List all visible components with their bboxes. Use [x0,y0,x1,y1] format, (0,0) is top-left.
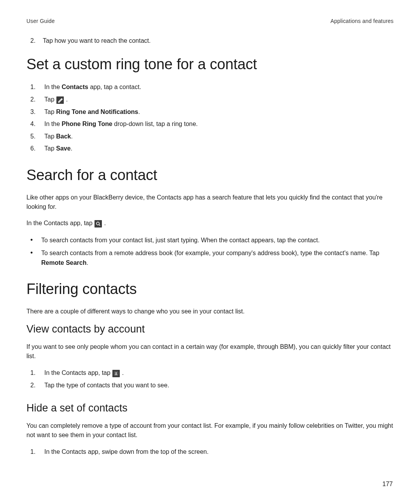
step-text: In the Contacts app, tap . [44,368,394,378]
step-number: 1. [30,368,44,378]
step-item: 1. In the Contacts app, swipe down from … [30,447,394,457]
step-number: 6. [30,144,44,154]
bullet-list: • To search contacts from your contact l… [26,236,394,268]
subsection-title: Hide a set of contacts [26,402,394,414]
step-item: 1. In the Contacts app, tap . [30,368,394,378]
step-number: 2. [30,380,44,390]
step-item: 5. Tap Back. [30,131,394,142]
steps-list: 1. In the Contacts app, tap a contact. 2… [26,82,394,154]
subsection-view-by-account: View contacts by account If you want to … [26,323,394,390]
svg-point-0 [96,222,99,225]
bullet-item: • To search contacts from a remote addre… [30,248,394,268]
section-intro: Like other apps on your BlackBerry devic… [26,193,394,212]
step-text: Tap . [44,94,394,105]
step-number: 2. [30,37,43,45]
section-intro: There are a couple of different ways to … [26,307,394,316]
step-text: Tap the type of contacts that you want t… [44,380,394,390]
instruction-line: In the Contacts app, tap . [26,219,394,228]
steps-list: 1. In the Contacts app, tap . [26,368,394,390]
step-item: 1. In the Contacts app, tap a contact. [30,82,394,92]
svg-line-1 [99,224,100,226]
step-text: In the Contacts app, tap a contact. [44,82,394,92]
step-number: 1. [30,82,44,92]
page-number: 177 [382,481,393,488]
step-number: 4. [30,119,44,129]
edit-icon [56,96,64,104]
header-left: User Guide [26,18,55,24]
section-filtering-contacts: Filtering contacts There are a couple of… [26,281,394,457]
step-item: 3. Tap Ring Tone and Notifications. [30,107,394,117]
step-item: 2. Tap how you want to reach the contact… [30,37,394,45]
bullet-icon: • [30,236,41,245]
bullet-text: To search contacts from a remote address… [41,248,394,268]
steps-list: 1. In the Contacts app, swipe down from … [26,447,394,457]
step-item: 4. In the Phone Ring Tone drop-down list… [30,119,394,129]
header-right: Applications and features [331,18,394,24]
step-text: In the Contacts app, swipe down from the… [44,447,394,457]
continued-steps: 2. Tap how you want to reach the contact… [26,37,394,45]
svg-point-3 [116,373,117,374]
step-number: 2. [30,94,44,105]
search-icon [94,220,102,228]
step-number: 5. [30,131,44,142]
contact-icon [112,370,120,377]
bullet-text: To search contacts from your contact lis… [41,236,394,245]
step-item: 2. Tap the type of contacts that you wan… [30,380,394,390]
section-title: Set a custom ring tone for a contact [26,56,394,73]
subsection-intro: You can completely remove a type of acco… [26,421,394,440]
section-custom-ringtone: Set a custom ring tone for a contact 1. … [26,56,394,154]
bullet-icon: • [30,248,41,257]
step-number: 1. [30,447,44,457]
step-text: Tap Back. [44,131,394,142]
subsection-title: View contacts by account [26,323,394,335]
bullet-item: • To search contacts from your contact l… [30,236,394,245]
step-text: Tap Save. [44,144,394,154]
page-header: User Guide Applications and features [26,18,394,24]
step-text: Tap how you want to reach the contact. [43,37,394,45]
step-text: Tap Ring Tone and Notifications. [44,107,394,117]
section-title: Search for a contact [26,167,394,184]
subsection-hide-contacts: Hide a set of contacts You can completel… [26,402,394,457]
section-search-contact: Search for a contact Like other apps on … [26,167,394,268]
section-title: Filtering contacts [26,281,394,298]
step-number: 3. [30,107,44,117]
subsection-intro: If you want to see only people whom you … [26,342,394,361]
step-item: 6. Tap Save. [30,144,394,154]
step-text: In the Phone Ring Tone drop-down list, t… [44,119,394,129]
step-item: 2. Tap . [30,94,394,105]
